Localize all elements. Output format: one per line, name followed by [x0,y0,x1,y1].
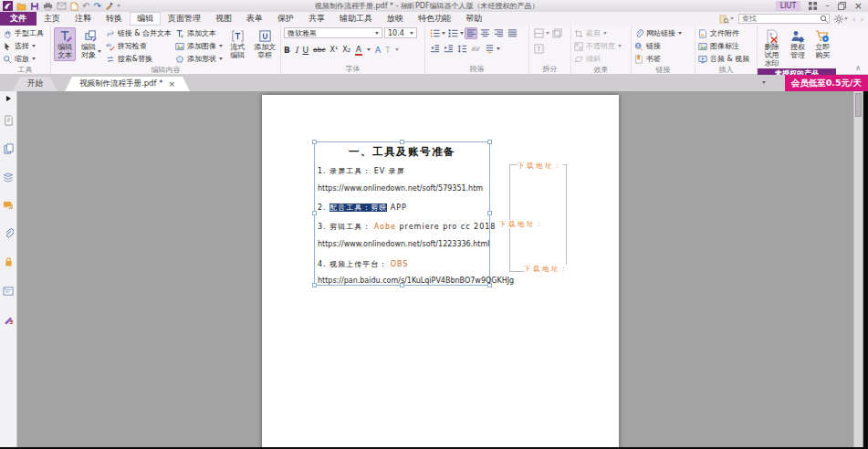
user-account-button[interactable]: LIUT [776,1,801,11]
search-replace-button[interactable]: 搜索&替换 [106,53,172,65]
search-scope-icon[interactable] [719,15,734,24]
layout-switch-icon[interactable] [809,2,817,10]
buy-now-button[interactable]: 立即购买 [812,27,833,61]
collapse-ribbon-button[interactable]: ∧ [855,64,861,72]
font-size-select[interactable]: 10.4 [384,27,417,38]
menu-tab-features[interactable]: 特色功能 [411,12,458,26]
resize-handle-sw[interactable] [312,283,317,287]
close-button[interactable]: × [854,2,863,10]
bullet-list-button[interactable] [428,27,441,39]
flow-edit-button[interactable]: 流式编辑 [226,27,248,61]
bold-button[interactable]: B [284,46,290,55]
search-icon[interactable] [820,15,829,24]
new-document-button[interactable] [70,2,78,11]
split-text-box-button[interactable] [532,43,545,55]
superscript-button[interactable]: X¹ [330,46,339,54]
pdf-page[interactable]: 一、工具及账号准备 1. 录屏工具： EV 录屏 https://www.onl… [262,95,619,449]
search-settings-gear-icon[interactable] [834,15,848,24]
remove-trial-watermark-button[interactable]: P 删除试用水印 [760,27,783,68]
font-color-button[interactable]: A [355,45,362,56]
form-fields-panel-button[interactable] [3,282,14,299]
menu-tab-help[interactable]: 帮助 [458,12,489,26]
find-next-button[interactable]: › [860,15,863,24]
resize-handle-ne[interactable] [487,140,492,144]
line-spacing-button[interactable] [455,43,468,55]
file-attachment-button[interactable]: 文件附件 [698,27,749,39]
edit-object-button[interactable]: 编辑对象 [79,27,101,61]
decrease-indent-button[interactable] [428,43,441,55]
menu-tab-view[interactable]: 视图 [208,12,239,26]
kerning-button[interactable]: AV [469,43,482,55]
menu-tab-home[interactable]: 主页 [37,12,68,26]
resize-handle-w[interactable] [312,211,317,215]
signatures-panel-button[interactable] [4,310,14,328]
menu-tab-accessibility[interactable]: 辅助工具 [332,12,380,26]
image-annotation-button[interactable]: 图像标注 [698,40,749,52]
resize-handle-e[interactable] [487,211,492,215]
strikethrough-button[interactable]: abc [313,46,325,54]
edit-text-button[interactable]: 编辑文本 [54,27,76,61]
document-canvas[interactable]: 一、工具及账号准备 1. 录屏工具： EV 录屏 https://www.onl… [17,91,868,449]
print-button[interactable] [43,2,53,11]
security-panel-button[interactable] [4,254,14,271]
add-article-box-button[interactable]: 添加文章框 [252,27,277,61]
bookmarks-panel-button[interactable] [4,112,14,130]
crop-button[interactable]: 裁剪 [574,27,622,39]
close-tab-icon[interactable]: × [168,79,175,89]
link-button[interactable]: 链接 [634,40,682,52]
menu-tab-file[interactable]: 文件 [0,12,37,26]
web-link-button[interactable]: 网站链接 [634,27,682,39]
text-style-button[interactable]: T [385,46,391,55]
skew-button[interactable]: 倾斜 [574,53,622,65]
find-previous-button[interactable]: ‹ [852,15,856,24]
tab-list-caret[interactable] [762,81,766,84]
opacity-button[interactable]: 不透明度 [574,40,622,52]
download-links-frame[interactable]: 下载地址： 下载地址： 下载地址： [509,164,567,272]
email-button[interactable] [57,2,67,10]
align-right-button[interactable] [492,27,505,39]
underline-button[interactable]: U [302,46,309,55]
open-file-button[interactable] [16,2,26,11]
menu-tab-comment[interactable]: 注释 [68,12,99,26]
align-center-button[interactable] [478,27,491,39]
save-button[interactable] [30,2,39,11]
hand-brush-button[interactable] [105,2,113,10]
bookmark-button[interactable]: 书签 [634,53,682,65]
link-join-text-button[interactable]: 链接 & 合并文本 [106,27,172,39]
align-left-button[interactable] [465,27,477,39]
scrollbar-thumb[interactable] [855,93,862,117]
menu-tab-convert[interactable]: 转换 [99,12,130,26]
numbered-list-button[interactable] [446,27,459,39]
menu-tab-present[interactable]: 放映 [380,12,411,26]
tab-start[interactable]: 开始 [13,77,58,91]
text-style-caret[interactable] [395,48,399,51]
subscript-button[interactable]: X₂ [342,46,350,54]
menu-tab-form[interactable]: 表单 [239,12,270,26]
redo-button[interactable]: ↷ [93,1,100,11]
char-spacing-button[interactable]: A [375,46,381,55]
font-color-caret[interactable] [367,48,371,51]
font-family-select[interactable]: 微软雅黑 [284,27,382,38]
split-box-button[interactable] [532,27,545,39]
resize-handle-nw[interactable] [312,140,317,144]
search-input[interactable] [739,15,820,23]
audio-video-button[interactable]: 音频 & 视频 [698,53,749,65]
zoom-tool-button[interactable]: 缩放 [3,53,44,65]
page-thumbnails-panel-button[interactable] [4,141,14,158]
italic-button[interactable]: I [295,46,298,55]
selected-text-box[interactable]: 一、工具及账号准备 1. 录屏工具： EV 录屏 https://www.onl… [314,141,490,286]
membership-promo-button[interactable]: 会员低至0.5元/天 [785,75,868,91]
qat-customize-caret[interactable] [117,5,120,7]
restore-button[interactable] [838,2,846,10]
menu-tab-share[interactable]: 共享 [301,12,332,26]
increase-indent-button[interactable] [442,43,455,55]
comments-panel-button[interactable] [3,197,14,214]
tab-document[interactable]: 视频制作流程手册.pdf * × [65,77,190,91]
align-justify-button[interactable] [506,27,518,39]
minimize-button[interactable]: – [825,2,830,10]
select-tool-button[interactable]: 选择 [3,40,44,52]
menu-tab-page-manage[interactable]: 页面管理 [161,12,208,26]
undo-button[interactable]: ↶ [82,1,89,11]
menu-tab-protect[interactable]: 保护 [270,12,301,26]
authorization-manage-button[interactable]: 授权管理 [787,27,808,61]
